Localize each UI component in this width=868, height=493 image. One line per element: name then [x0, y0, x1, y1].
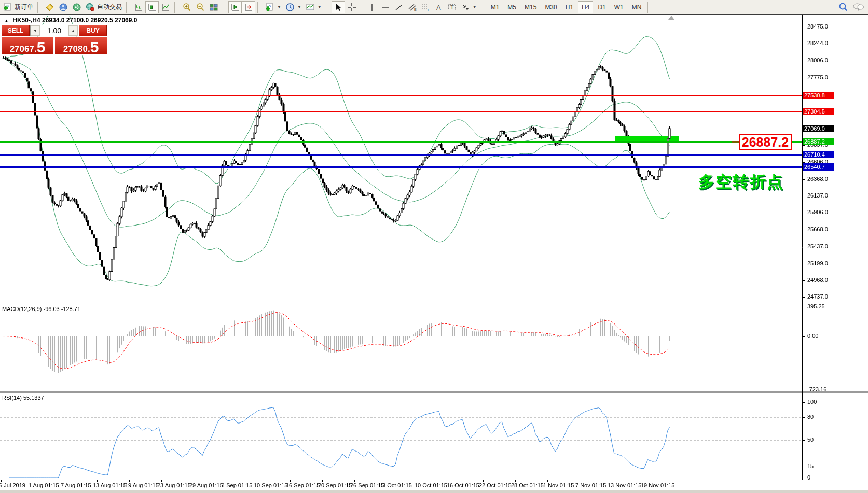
time-axis-label: 7 Aug 01:15: [61, 482, 91, 488]
zoom-in-button[interactable]: [180, 1, 194, 13]
text-label-button[interactable]: T: [445, 1, 459, 13]
terminal-button[interactable]: [70, 1, 84, 13]
buy-price-button[interactable]: 27080 . 5: [55, 37, 107, 54]
chart-shift-button[interactable]: [242, 1, 255, 13]
buy-price-main: 27080: [63, 45, 88, 53]
price-axis-tick: 28244.0: [807, 40, 828, 46]
horizontal-line-button[interactable]: [379, 1, 392, 13]
timeframe-h4-button[interactable]: H4: [578, 1, 593, 13]
timeframe-mn-button[interactable]: MN: [628, 1, 645, 13]
buy-price-fraction: 5: [90, 41, 99, 53]
indicators-button[interactable]: ▼: [263, 1, 283, 13]
macd-axis-tick: -723.16: [807, 386, 826, 392]
toolbar-separator: [126, 2, 130, 13]
sell-button[interactable]: SELL: [2, 25, 30, 36]
toolbar-separator: [481, 2, 485, 13]
auto-scroll-button[interactable]: [228, 1, 242, 13]
svg-text:F: F: [428, 8, 430, 11]
equidistant-channel-icon: E: [408, 3, 417, 12]
fibonacci-button[interactable]: F: [419, 1, 433, 13]
bar-chart-button[interactable]: [132, 1, 145, 13]
bar-chart-icon: [134, 3, 143, 12]
toolbar-separator: [326, 2, 330, 13]
time-axis-label: 10 Oct 01:15: [415, 482, 447, 488]
price-level-annotation[interactable]: 26887.2: [739, 134, 792, 150]
tile-windows-icon: [209, 3, 218, 12]
cursor-button[interactable]: [332, 1, 345, 13]
rsi-axis-tick: 0: [807, 474, 810, 481]
time-axis-label: 13 Nov 01:15: [608, 482, 641, 488]
search-button[interactable]: [836, 1, 850, 13]
templates-button[interactable]: ▼: [304, 1, 324, 13]
market-watch-button[interactable]: [43, 1, 57, 13]
fibonacci-icon: F: [421, 3, 431, 12]
equidistant-channel-button[interactable]: E: [406, 1, 419, 13]
timeframe-m15-button[interactable]: M15: [521, 1, 540, 13]
search-icon: [838, 2, 848, 12]
svg-text:E: E: [414, 8, 417, 11]
price-badge: 27530.8: [803, 92, 834, 99]
timeframe-w1-button[interactable]: W1: [611, 1, 627, 13]
macd-axis-tick: 395.25: [807, 303, 825, 309]
toolbar-separator: [647, 2, 652, 13]
text-button[interactable]: A: [433, 1, 445, 13]
line-chart-button[interactable]: [159, 1, 172, 13]
text-icon: A: [435, 3, 443, 12]
timeframe-toolbar: M1M5M15M30H1H4D1W1MN: [487, 1, 646, 13]
chart-shift-icon: [244, 3, 253, 12]
timeframe-m5-button[interactable]: M5: [504, 1, 520, 13]
sell-price-main: 27067: [10, 45, 34, 53]
chat-button[interactable]: [850, 1, 867, 13]
macd-axis-tick: 0.00: [807, 333, 818, 339]
horizontal-line-icon: [381, 3, 390, 12]
rsi-axis-tick: 15: [807, 463, 814, 469]
toolbar-separator: [37, 2, 42, 13]
toolbar-separator: [361, 2, 365, 13]
price-badge: 27304.5: [803, 108, 834, 115]
price-axis-tick: 27775.0: [807, 74, 828, 80]
price-badge: 27069.0: [803, 125, 834, 132]
autotrading-button[interactable]: 自动交易: [84, 1, 124, 13]
periods-caret: ▼: [297, 5, 301, 9]
timeframe-m30-button[interactable]: M30: [541, 1, 560, 13]
time-axis-label: 1 Aug 01:15: [29, 482, 59, 488]
time-axis-label: 4 Sep 01:15: [222, 482, 252, 488]
candlestick-chart-button[interactable]: [145, 1, 159, 13]
price-axis-tick: 25668.0: [807, 226, 828, 232]
navigator-button[interactable]: [57, 1, 70, 13]
templates-icon: [306, 3, 315, 12]
trendline-button[interactable]: [392, 1, 406, 13]
time-axis-label: 29 Aug 01:15: [189, 482, 223, 488]
tile-windows-button[interactable]: [207, 1, 221, 13]
arrows-caret: ▼: [473, 5, 477, 9]
arrows-button[interactable]: ▼: [459, 1, 479, 13]
timeframe-d1-button[interactable]: D1: [594, 1, 609, 13]
terminal-icon: [72, 3, 81, 12]
volume-value[interactable]: 1.00: [40, 25, 68, 36]
time-axis-label: 19 Nov 01:15: [641, 482, 674, 488]
periods-button[interactable]: ▼: [283, 1, 304, 13]
new-order-button[interactable]: 新订单: [1, 1, 35, 13]
scroll-end-marker-icon[interactable]: [668, 16, 674, 20]
buy-button[interactable]: BUY: [79, 25, 107, 36]
indicators-caret: ▼: [277, 5, 281, 9]
time-axis-label: 20 Sep 01:15: [318, 482, 352, 488]
volume-decrease-button[interactable]: ▼: [31, 25, 40, 36]
timeframe-m1-button[interactable]: M1: [487, 1, 503, 13]
macd-indicator-label: MACD(12,26,9) -96.03 -128.71: [2, 306, 80, 312]
timeframe-h1-button[interactable]: H1: [562, 1, 577, 13]
price-badge: 26710.4: [803, 151, 834, 158]
volume-increase-button[interactable]: ▲: [68, 25, 78, 36]
pivot-note-text[interactable]: 多空转折点: [698, 171, 784, 193]
price-badge: 26887.2: [803, 138, 834, 145]
arrows-icon: [461, 3, 470, 12]
navigator-icon: [59, 3, 68, 12]
vertical-line-icon: [368, 3, 376, 12]
zoom-out-button[interactable]: [194, 1, 207, 13]
vertical-line-button[interactable]: [366, 1, 379, 13]
crosshair-button[interactable]: [345, 1, 359, 13]
sell-price-button[interactable]: 27067 . 5: [2, 37, 53, 54]
sell-price-fraction: 5: [37, 41, 46, 53]
mt4-window: 新订单 自动交易: [0, 0, 868, 493]
price-chart-canvas[interactable]: [0, 15, 868, 493]
